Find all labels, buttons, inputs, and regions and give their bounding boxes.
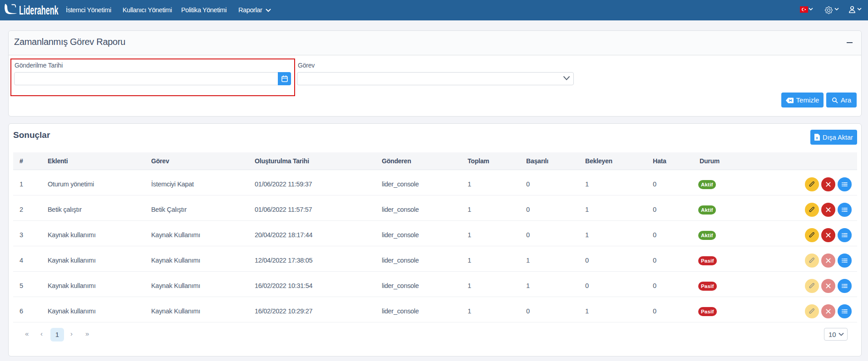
svg-text:x: x [816,136,818,140]
